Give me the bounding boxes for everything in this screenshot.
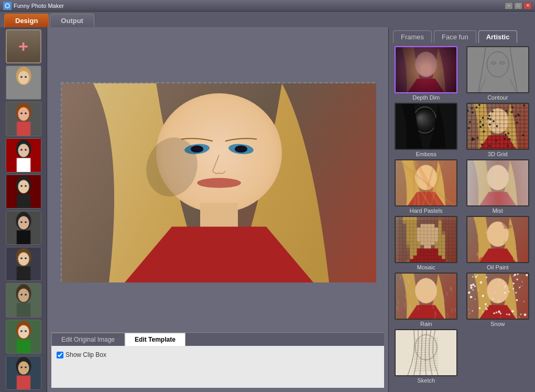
effect-label-emboss: Emboss [416, 151, 436, 157]
effect-label-oil-paint: Oil Paint [487, 264, 509, 270]
photo-strip: + [0, 27, 47, 392]
right-tabs: Frames Face fun Artistic [389, 27, 535, 43]
tab-face-fun[interactable]: Face fun [434, 30, 476, 43]
photo-thumb-4[interactable] [6, 175, 41, 209]
effects-row-4: Mosaic Oil Paint [392, 216, 532, 270]
effects-row-3: Hard Pastels Mist [392, 159, 532, 214]
effect-rain[interactable]: Rain [392, 273, 461, 327]
photo-thumb-5[interactable] [6, 211, 41, 245]
photo-thumb-6[interactable] [6, 247, 41, 281]
photo-thumb-3[interactable] [6, 138, 41, 172]
show-clip-box-label[interactable]: Show Clip Box [57, 351, 379, 358]
content-area: + [0, 27, 535, 392]
effect-label-depth-dim: Depth Dim [412, 94, 440, 101]
photo-thumb-1[interactable] [6, 66, 41, 100]
photo-thumb-2[interactable] [6, 102, 41, 136]
svg-point-2 [6, 4, 9, 7]
effect-thumb-sketch [395, 329, 457, 376]
window-controls: ─ □ ✕ [505, 2, 532, 9]
bottom-content: Show Clip Box [51, 346, 384, 388]
effect-emboss[interactable]: Emboss [392, 103, 461, 157]
tab-edit-template[interactable]: Edit Template [125, 333, 185, 346]
effects-row-2: Emboss 3D Grid [392, 103, 532, 157]
effect-label-hard-pastels: Hard Pastels [410, 208, 443, 214]
tab-artistic[interactable]: Artistic [478, 30, 518, 43]
canvas-container [51, 31, 384, 332]
center-area: Edit Original Image Edit Template Show C… [47, 27, 388, 392]
effect-label-mosaic: Mosaic [417, 264, 435, 270]
main-image-area [61, 82, 375, 281]
top-tabs: Design Output [0, 12, 535, 27]
effect-thumb-snow [466, 273, 529, 320]
effect-thumb-oil-paint [466, 216, 529, 263]
tab-design[interactable]: Design [4, 14, 49, 27]
effect-label-sketch: Sketch [417, 377, 435, 384]
photo-thumb-8[interactable] [6, 320, 41, 354]
effect-thumb-mist [466, 159, 529, 206]
tab-output[interactable]: Output [50, 14, 94, 27]
show-clip-box-text: Show Clip Box [65, 351, 106, 358]
right-panel: Frames Face fun Artistic Depth Dim [388, 27, 535, 392]
effect-snow[interactable]: Snow [464, 273, 532, 327]
maximize-btn[interactable]: □ [514, 2, 522, 9]
app-title: Funny Photo Maker [14, 3, 505, 9]
effect-3d-grid[interactable]: 3D Grid [464, 103, 532, 157]
app-icon [3, 2, 12, 10]
effects-grid: Depth Dim Contour Embo [389, 43, 535, 392]
effect-thumb-emboss [395, 103, 457, 150]
effect-sketch[interactable]: Sketch [392, 329, 461, 384]
minimize-btn[interactable]: ─ [505, 2, 513, 9]
effect-thumb-depth-dim [395, 46, 457, 93]
effect-label-mist: Mist [493, 208, 503, 214]
effect-depth-dim[interactable]: Depth Dim [392, 46, 461, 101]
photo-thumb-7[interactable] [6, 283, 41, 317]
effects-row-1: Depth Dim Contour [392, 46, 532, 101]
title-bar: Funny Photo Maker ─ □ ✕ [0, 0, 535, 12]
effect-thumb-3d-grid [466, 103, 529, 150]
effects-row-6: Sketch [392, 329, 532, 384]
effect-thumb-mosaic [395, 216, 457, 263]
effects-row-5: Rain Snow [392, 273, 532, 327]
add-photo-button[interactable]: + [6, 29, 41, 63]
tab-frames[interactable]: Frames [393, 30, 432, 43]
effect-label-3d-grid: 3D Grid [488, 151, 508, 157]
effect-thumb-hard-pastels [395, 159, 457, 206]
effect-label-contour: Contour [487, 94, 508, 101]
effect-thumb-rain [395, 273, 457, 320]
effect-mist[interactable]: Mist [464, 159, 532, 214]
effect-hard-pastels[interactable]: Hard Pastels [392, 159, 461, 214]
app-container: Design Output + [0, 12, 535, 392]
tab-edit-original[interactable]: Edit Original Image [51, 333, 125, 346]
effect-contour[interactable]: Contour [464, 46, 532, 101]
show-clip-box-checkbox[interactable] [57, 352, 63, 358]
close-btn[interactable]: ✕ [523, 2, 532, 9]
bottom-tabs: Edit Original Image Edit Template [51, 333, 384, 346]
effect-label-rain: Rain [420, 321, 432, 327]
effect-mosaic[interactable]: Mosaic [392, 216, 461, 270]
photo-thumb-9[interactable] [6, 356, 41, 390]
effect-oil-paint[interactable]: Oil Paint [464, 216, 532, 270]
effect-label-snow: Snow [490, 321, 505, 327]
main-canvas[interactable] [62, 83, 376, 282]
effect-thumb-contour [466, 46, 529, 93]
bottom-panel: Edit Original Image Edit Template Show C… [51, 332, 384, 388]
